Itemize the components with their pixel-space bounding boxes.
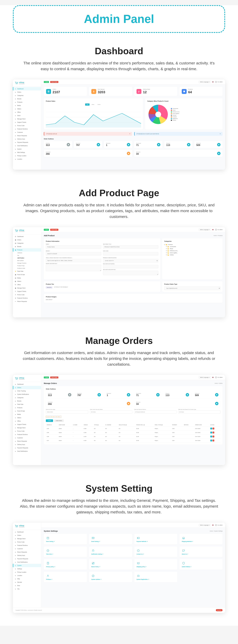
tree-item[interactable]: ▾Clothes xyxy=(164,254,220,256)
language-select[interactable]: Select Language ▾ xyxy=(199,524,211,526)
sidebar-item[interactable]: ▸Settings xyxy=(13,567,41,570)
sidebar-item[interactable]: ▸Promo Code xyxy=(13,540,41,544)
tree-item[interactable]: ▾Shoes xyxy=(164,248,220,250)
sidebar-item[interactable]: ▸Order Tracking xyxy=(13,389,41,392)
sidebar-item[interactable]: ▸Return Requests xyxy=(13,550,41,554)
flag-icon[interactable] xyxy=(212,229,214,230)
sidebar-item[interactable]: ▸Pickup Location xyxy=(13,154,41,158)
tags-input[interactable] xyxy=(46,259,101,262)
setting-card[interactable]: System Updater ↗ xyxy=(89,572,132,582)
sidebar-item[interactable]: ▸Dashboard xyxy=(13,530,41,534)
alert-lowstock[interactable]: 2 Product(s) low in stock! (Low stock li… xyxy=(134,132,222,136)
sidebar-subitem[interactable]: Product FAQs xyxy=(13,264,41,267)
sidebar-item[interactable]: ▸Sliders xyxy=(13,416,41,419)
setting-card[interactable]: Admin Policies ↗ xyxy=(180,559,222,570)
chart-tab[interactable]: Day xyxy=(85,104,90,106)
sidebar-item[interactable]: %Offers xyxy=(13,283,41,286)
view-icon[interactable] xyxy=(210,436,212,438)
sidebar-item[interactable]: ▸Dashboard xyxy=(13,382,41,386)
user-greeting[interactable]: Hi, Admin xyxy=(215,228,222,231)
sidebar-item[interactable]: ▸Payment Requests xyxy=(13,557,41,560)
language-select[interactable]: Select Language ▾ xyxy=(199,81,211,83)
setting-card[interactable]: Notification Setting ↗ xyxy=(89,546,132,557)
sidebar-item[interactable]: ▤Media xyxy=(13,276,41,280)
setting-card[interactable]: Payment Methods ↗ xyxy=(134,534,177,544)
sidebar-item[interactable]: ▸Area xyxy=(13,584,41,587)
seo-title-input[interactable] xyxy=(103,245,158,248)
sidebar-item[interactable]: ▸Flash Sale xyxy=(13,403,41,406)
sidebar-item[interactable]: ▸Manage Stock xyxy=(13,426,41,430)
sidebar-item[interactable]: ▸Support Tickets xyxy=(13,423,41,426)
setting-card[interactable]: Email Setting ↗ xyxy=(89,534,132,544)
sidebar-item[interactable]: ↩Return Requests xyxy=(13,300,41,303)
tree-item[interactable]: ▾Perfume & Fra... xyxy=(164,250,220,252)
sidebar-item[interactable]: ▸System xyxy=(13,564,41,567)
meta-desc-input[interactable] xyxy=(103,271,158,275)
sidebar-item[interactable]: ▸Send Notifications xyxy=(13,450,41,453)
sidebar-item[interactable]: ▸Customer xyxy=(13,130,41,134)
meta-key-input[interactable] xyxy=(103,265,158,268)
sidebar-item[interactable]: ⚡Flash Sale xyxy=(13,270,41,273)
sidebar-item[interactable]: ▸System Notifications xyxy=(13,392,41,396)
sidebar-item[interactable]: ▸Promo Code xyxy=(13,430,41,433)
sidebar-item[interactable]: ▸System xyxy=(13,147,41,151)
sidebar-item[interactable]: ▸Zipcode xyxy=(13,580,41,584)
sidebar-item[interactable]: ▣Point Of Sale xyxy=(13,273,41,276)
sidebar-item[interactable]: ▸Featured Sections xyxy=(13,433,41,436)
sidebar-item[interactable]: ▸Orders xyxy=(13,90,41,94)
sidebar-item[interactable]: ▸Promo Code xyxy=(13,124,41,127)
hsn-input[interactable] xyxy=(103,252,158,256)
buy-now-button[interactable]: Buy Now xyxy=(216,609,222,611)
sidebar-item-products[interactable]: ▦Products xyxy=(13,248,41,252)
clear-cache-badge[interactable]: Clear Cache xyxy=(50,81,58,83)
delete-icon[interactable] xyxy=(212,428,214,430)
setting-card[interactable]: Shipping Methods ↗ xyxy=(180,534,222,544)
language-select[interactable]: Select Language ▾ xyxy=(199,228,211,231)
sidebar-item[interactable]: ▣Manage Stock xyxy=(13,286,41,290)
sidebar-item[interactable]: ▸Featured Sections xyxy=(13,544,41,547)
sidebar-item[interactable]: ▸Offers xyxy=(13,110,41,114)
sidebar-item[interactable]: ▸City xyxy=(13,587,41,590)
delete-icon[interactable] xyxy=(212,432,214,434)
setting-card[interactable]: Store Setting ↗ xyxy=(44,534,87,544)
sidebar-item[interactable]: ▸Orders xyxy=(13,534,41,537)
setting-card[interactable]: About Us ↗ xyxy=(180,546,222,557)
sidebar-item[interactable]: ▸Offers xyxy=(13,419,41,423)
tree-item[interactable]: ▸Common xyxy=(164,244,220,246)
sidebar-item[interactable]: ▸Send Notifications xyxy=(13,560,41,564)
alert-soldout[interactable]: 2 Product(s) sold out!✕ xyxy=(44,132,132,136)
sidebar-item[interactable]: ▸Media xyxy=(13,413,41,416)
delete-icon[interactable] xyxy=(212,440,214,442)
sidebar-item[interactable]: ▸Delivery boys xyxy=(13,443,41,446)
sidebar-item[interactable]: ▸Orders xyxy=(13,386,41,389)
sidebar-subitem[interactable]: Tax xyxy=(13,254,41,257)
sidebar-item[interactable]: ▸Customer xyxy=(13,436,41,440)
sidebar-item[interactable]: ▸Delivery boys xyxy=(13,554,41,557)
sidebar-item[interactable]: ◧Sliders xyxy=(13,280,41,283)
chart-tab[interactable]: Week xyxy=(90,104,96,106)
sidebar-subitem[interactable]: Products Order xyxy=(13,267,41,270)
logo[interactable]: eShopecommerce xyxy=(13,227,41,234)
sidebar-item[interactable]: ▸Payment Requests xyxy=(13,446,41,450)
sidebar-item[interactable]: ▸Manage Stock xyxy=(13,537,41,540)
tab[interactable]: Order Items xyxy=(54,419,64,422)
user-greeting[interactable]: Hi, Admin xyxy=(215,81,222,83)
language-select[interactable]: Select Language ▾ xyxy=(199,376,211,378)
flag-icon[interactable] xyxy=(212,82,214,82)
flag-icon[interactable] xyxy=(212,377,214,378)
filter-select[interactable]: All Orders xyxy=(178,410,220,414)
tree-item[interactable]: ▾Home Applian... xyxy=(164,252,220,254)
view-icon[interactable] xyxy=(210,440,212,442)
sidebar-item[interactable]: ▸Categories xyxy=(13,396,41,399)
sidebar-item[interactable]: ▸Location xyxy=(13,158,41,161)
sidebar-item[interactable]: ▸Pickup Location xyxy=(13,570,41,574)
delete-icon[interactable] xyxy=(212,436,214,438)
sidebar-item[interactable]: ▸Delivery boys xyxy=(13,137,41,141)
sidebar-item[interactable]: ▸Media xyxy=(13,104,41,107)
sidebar-item[interactable]: ▸Return Requests xyxy=(13,134,41,137)
sidebar-item[interactable]: ▤Categories xyxy=(13,242,41,245)
sidebar-item[interactable]: ▸Manage Stock xyxy=(13,117,41,120)
sidebar-item[interactable]: ▸Point Of Sale xyxy=(13,409,41,413)
sidebar-subitem-add-product[interactable]: Add Product xyxy=(13,257,41,259)
setting-card[interactable]: Shipping policy ↗ xyxy=(134,559,177,570)
